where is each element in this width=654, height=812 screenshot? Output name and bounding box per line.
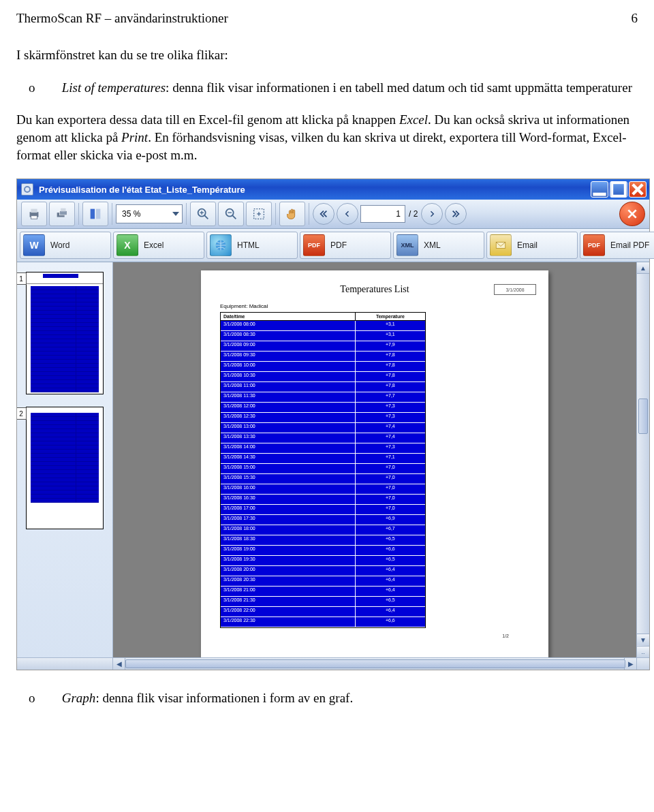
table-row: 3/1/2008 09:30+7,8	[221, 352, 425, 362]
cell-datetime: 3/1/2008 21:00	[221, 587, 356, 596]
page-corner-date: 3/1/2008	[494, 284, 536, 295]
scroll-up-icon[interactable]: ▲	[637, 262, 649, 274]
thumb-table	[31, 286, 99, 392]
table-row: 3/1/2008 09:00+7,9	[221, 341, 425, 352]
svg-rect-3	[31, 209, 37, 213]
thumb-number: 1	[17, 272, 27, 285]
minimize-button[interactable]	[591, 181, 608, 198]
doc-header: ThermoScan RF – användarinstruktioner 6	[16, 11, 638, 26]
cell-temperature: +6,4	[356, 576, 425, 586]
table-row: 3/1/2008 19:30+6,5	[221, 556, 425, 566]
thumbnail-page-1[interactable]: 1	[26, 272, 104, 394]
table-row: 3/1/2008 11:00+7,8	[221, 382, 425, 392]
globe-icon	[210, 234, 232, 256]
thumbnail-page-2[interactable]: 2	[26, 407, 104, 529]
export-label: Excel	[144, 240, 164, 250]
doc-pagenum: 6	[632, 11, 638, 26]
col-datetime: Date/time	[221, 313, 356, 320]
cell-datetime: 3/1/2008 11:30	[221, 392, 356, 402]
scroll-corner: ..	[637, 646, 649, 657]
horizontal-scrollbar[interactable]: ◀ ▶	[113, 657, 636, 670]
marquee-zoom-button[interactable]	[246, 202, 272, 226]
table-row: 3/1/2008 14:30+7,1	[221, 454, 425, 464]
preview-canvas[interactable]: Temperatures List 3/1/2008 Equipment: Ma…	[113, 262, 636, 657]
cell-temperature: +6,5	[356, 535, 425, 545]
bullet-marker: o	[44, 689, 59, 707]
separator	[112, 203, 112, 225]
cell-datetime: 3/1/2008 09:00	[221, 341, 356, 351]
table-row: 3/1/2008 08:30+3,1	[221, 331, 425, 341]
cell-temperature: +7,0	[356, 495, 425, 504]
thumb-header	[27, 272, 103, 284]
table-row: 3/1/2008 22:30+6,6	[221, 617, 425, 627]
cell-temperature: +7,7	[356, 392, 425, 402]
app-icon	[21, 183, 33, 196]
cell-datetime: 3/1/2008 14:00	[221, 443, 356, 453]
next-page-button[interactable]	[421, 203, 443, 225]
scroll-thumb[interactable]	[638, 399, 648, 434]
export-label: XML	[424, 240, 441, 250]
cell-datetime: 3/1/2008 08:00	[221, 321, 356, 330]
table-row: 3/1/2008 13:30+7,4	[221, 433, 425, 443]
thumb-number: 2	[17, 407, 27, 420]
last-page-button[interactable]	[445, 203, 467, 225]
scroll-right-icon[interactable]: ▶	[624, 658, 636, 670]
table-row: 3/1/2008 16:30+7,0	[221, 495, 425, 505]
table-row: 3/1/2008 10:30+7,8	[221, 372, 425, 382]
zoom-out-button[interactable]	[218, 202, 244, 226]
prev-page-button[interactable]	[337, 203, 358, 225]
page-subtitle: Equipment: Madical	[220, 303, 536, 309]
preview-page: Temperatures List 3/1/2008 Equipment: Ma…	[201, 270, 548, 657]
svg-rect-8	[91, 209, 95, 219]
scroll-down-icon[interactable]: ▼	[637, 634, 649, 645]
table-row: 3/1/2008 14:00+7,3	[221, 443, 425, 454]
vertical-scrollbar[interactable]: ▲ ▼ ..	[636, 262, 649, 657]
cell-datetime: 3/1/2008 10:30	[221, 372, 356, 381]
zoom-in-button[interactable]	[190, 202, 216, 226]
close-button[interactable]	[629, 181, 647, 198]
scroll-thumb[interactable]	[125, 659, 625, 668]
export-pdf-button[interactable]: PDF PDF	[300, 232, 391, 259]
table-row: 3/1/2008 15:00+7,0	[221, 464, 425, 474]
doc-middle: Du kan exportera dessa data till en Exce…	[16, 111, 638, 163]
cell-datetime: 3/1/2008 16:30	[221, 495, 356, 504]
cell-temperature: +7,0	[356, 464, 425, 473]
export-word-button[interactable]: W Word	[20, 232, 111, 259]
first-page-button[interactable]	[313, 203, 334, 225]
svg-line-15	[232, 215, 236, 219]
export-html-button[interactable]: HTML	[206, 232, 298, 259]
hand-tool[interactable]	[279, 202, 305, 226]
separator	[186, 203, 187, 225]
thumbnail-pane[interactable]: 1 2	[17, 262, 113, 657]
table-row: 3/1/2008 11:30+7,7	[221, 392, 425, 403]
page-number-field[interactable]: 1	[360, 205, 405, 223]
table-row: 3/1/2008 15:30+7,0	[221, 474, 425, 484]
print-button[interactable]	[21, 202, 47, 226]
bullet-rest: : denna flik visar informationen i form …	[95, 691, 353, 705]
titlebar[interactable]: Prévisualisation de l'état Etat_Liste_Te…	[17, 179, 649, 200]
table-row: 3/1/2008 08:00+3,1	[221, 321, 425, 331]
cell-temperature: +7,8	[356, 372, 425, 381]
cell-temperature: +3,1	[356, 321, 425, 330]
svg-rect-4	[31, 216, 37, 219]
export-email-pdf-button[interactable]: PDF Email PDF	[580, 232, 654, 259]
pdf-icon: PDF	[583, 234, 605, 256]
mid-t1: Du kan exportera dessa data till en Exce…	[16, 112, 399, 127]
cell-datetime: 3/1/2008 09:30	[221, 352, 356, 361]
export-excel-button[interactable]: X Excel	[113, 232, 204, 259]
close-preview-button[interactable]	[619, 202, 645, 226]
cell-temperature: +6,5	[356, 556, 425, 565]
zoom-select[interactable]: 35 %	[116, 204, 183, 223]
svg-line-11	[204, 215, 208, 219]
maximize-button[interactable]	[610, 181, 627, 198]
cell-temperature: +6,4	[356, 607, 425, 616]
table-row: 3/1/2008 20:00+6,4	[221, 566, 425, 576]
page-footer: 1/2	[213, 634, 509, 638]
scroll-left-icon[interactable]: ◀	[113, 658, 125, 670]
cell-datetime: 3/1/2008 08:30	[221, 331, 356, 341]
view-mode-button[interactable]	[82, 202, 108, 226]
export-xml-button[interactable]: XML XML	[393, 232, 484, 259]
print-copies-button[interactable]	[49, 202, 75, 226]
cell-datetime: 3/1/2008 11:00	[221, 382, 356, 392]
export-email-button[interactable]: Email	[486, 232, 578, 259]
